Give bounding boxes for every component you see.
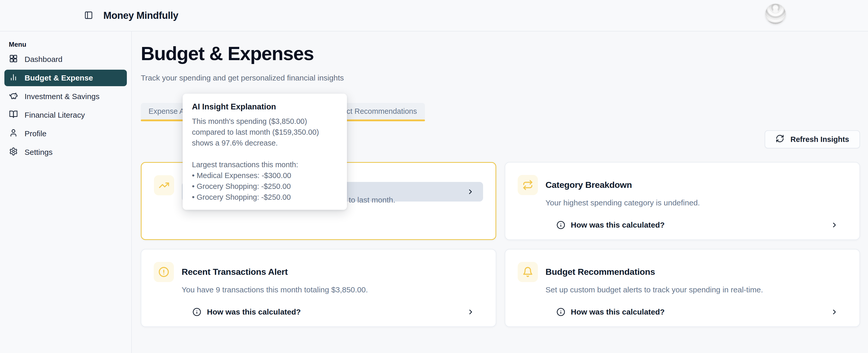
how-calculated-button[interactable]: How was this calculated? bbox=[546, 215, 847, 235]
page-title: Budget & Expenses bbox=[141, 43, 860, 65]
sidebar-item-label: Investment & Savings bbox=[25, 92, 99, 101]
repeat-icon bbox=[518, 175, 538, 195]
card-subtitle-visible-fragment: to last month. bbox=[349, 194, 395, 206]
piggy-bank-icon bbox=[9, 91, 18, 102]
sidebar-nav: Dashboard Budget & Expense Investment & … bbox=[0, 51, 131, 161]
refresh-insights-button[interactable]: Refresh Insights bbox=[765, 130, 860, 148]
how-calculated-label: How was this calculated? bbox=[571, 308, 665, 316]
tab-expense-analysis[interactable]: Expense A bbox=[149, 103, 184, 119]
user-avatar[interactable] bbox=[765, 4, 786, 24]
info-icon bbox=[192, 308, 201, 316]
sidebar-item-financial-literacy[interactable]: Financial Literacy bbox=[4, 107, 127, 123]
chevron-right-icon bbox=[467, 308, 474, 316]
sidebar-item-label: Financial Literacy bbox=[25, 111, 85, 119]
card-title: Category Breakdown bbox=[546, 179, 847, 191]
sidebar-item-budget-expense[interactable]: Budget & Expense bbox=[4, 70, 127, 86]
app-title: Money Mindfully bbox=[103, 10, 178, 21]
trending-up-icon bbox=[154, 175, 174, 195]
sidebar-item-label: Profile bbox=[25, 129, 46, 138]
sidebar-item-label: Settings bbox=[25, 148, 53, 156]
how-calculated-label: How was this calculated? bbox=[571, 221, 665, 230]
bar-chart-icon bbox=[9, 73, 18, 83]
sidebar-item-investment-savings[interactable]: Investment & Savings bbox=[4, 88, 127, 105]
app-root: Money Mindfully Menu Dashboard Budget & … bbox=[0, 0, 868, 353]
user-icon bbox=[9, 129, 18, 139]
card-subtitle: Your highest spending category is undefi… bbox=[546, 197, 847, 209]
tab-product-recommendations[interactable]: ct Recommendations bbox=[347, 103, 417, 119]
insight-card-category-breakdown: Category Breakdown Your highest spending… bbox=[505, 162, 860, 240]
chevron-right-icon bbox=[831, 308, 838, 316]
sidebar: Menu Dashboard Budget & Expense Investme… bbox=[0, 32, 132, 353]
card-title: Recent Transactions Alert bbox=[182, 266, 483, 278]
dashboard-grid-icon bbox=[9, 54, 18, 65]
refresh-insights-label: Refresh Insights bbox=[790, 135, 849, 144]
card-subtitle: You have 9 transactions this month total… bbox=[182, 284, 483, 295]
card-subtitle: Set up custom budget alerts to track you… bbox=[546, 284, 847, 295]
ai-insight-tooltip: AI Insight Explanation This month's spen… bbox=[183, 94, 347, 210]
how-calculated-button[interactable]: How was this calculated? bbox=[546, 302, 847, 322]
how-calculated-label: How was this calculated? bbox=[207, 308, 301, 316]
insight-card-recent-transactions: Recent Transactions Alert You have 9 tra… bbox=[141, 249, 496, 327]
sidebar-menu-label: Menu bbox=[9, 40, 131, 49]
sidebar-item-profile[interactable]: Profile bbox=[4, 126, 127, 142]
sidebar-item-dashboard[interactable]: Dashboard bbox=[4, 51, 127, 68]
app-header: Money Mindfully bbox=[0, 0, 868, 32]
card-title: Budget Recommendations bbox=[546, 266, 847, 278]
info-icon bbox=[556, 221, 565, 230]
how-calculated-button[interactable]: How was this calculated? bbox=[182, 302, 483, 322]
chevron-right-icon bbox=[831, 221, 838, 229]
book-open-icon bbox=[9, 110, 18, 120]
bell-icon bbox=[518, 262, 538, 282]
sidebar-item-label: Dashboard bbox=[25, 55, 63, 64]
tooltip-body: This month's spending ($3,850.00) compar… bbox=[192, 116, 338, 203]
tooltip-title: AI Insight Explanation bbox=[192, 102, 338, 112]
refresh-icon bbox=[776, 134, 784, 145]
page-subtitle: Track your spending and get personalized… bbox=[141, 72, 860, 83]
info-icon bbox=[556, 308, 565, 316]
sidebar-item-label: Budget & Expense bbox=[25, 74, 93, 82]
sidebar-item-settings[interactable]: Settings bbox=[4, 144, 127, 161]
alert-circle-icon bbox=[154, 262, 174, 282]
gear-icon bbox=[9, 147, 18, 158]
sidebar-toggle-button[interactable] bbox=[84, 11, 93, 21]
chevron-right-icon bbox=[467, 188, 474, 196]
insight-card-budget-recommendations: Budget Recommendations Set up custom bud… bbox=[505, 249, 860, 327]
panel-left-icon bbox=[84, 11, 93, 21]
